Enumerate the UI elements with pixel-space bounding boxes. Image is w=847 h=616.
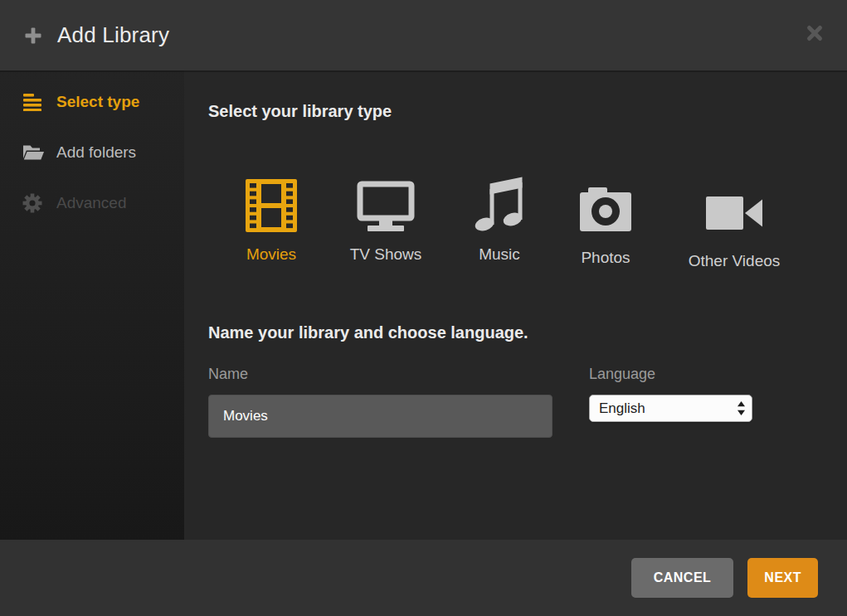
video-camera-icon [705,177,763,232]
library-type-option-movies[interactable]: Movies [240,177,303,270]
plus-icon [23,26,43,46]
gear-icon [22,193,46,213]
list-lines-icon [22,93,46,111]
next-button[interactable]: NEXT [747,558,818,598]
library-type-option-photos[interactable]: Photos [576,177,635,270]
dialog-header: Add Library [0,0,847,70]
type-label: TV Shows [350,245,422,264]
sidebar-item-add-folders[interactable]: Add folders [0,136,184,169]
name-language-section: Name your library and choose language. N… [208,322,847,438]
library-type-heading: Select your library type [208,100,847,123]
fields-row: Name Language English [208,366,847,438]
main-content: Select your library type [184,70,847,540]
type-label: Photos [581,249,630,267]
sidebar-item-label: Advanced [56,194,127,212]
footer-bar: CANCEL NEXT [0,540,847,616]
language-select[interactable]: English [589,395,752,422]
name-label: Name [208,366,552,384]
sidebar-item-label: Select type [56,93,139,111]
sidebar-item-advanced: Advanced [0,187,184,220]
library-type-option-music[interactable]: Music [470,177,528,270]
add-library-dialog: Add Library Select [0,0,847,616]
type-label: Movies [246,245,296,264]
dialog-body: Select type Add folders [0,70,847,540]
language-label: Language [589,366,752,384]
music-note-icon [474,177,525,232]
folder-icon [22,144,46,161]
library-type-option-tv-shows[interactable]: TV Shows [348,177,423,270]
type-label: Music [479,245,520,264]
sidebar-item-select-type[interactable]: Select type [0,85,184,119]
page-title: Add Library [57,22,169,48]
library-type-row: Movies TV Shows [208,177,847,270]
name-field-group: Name [208,366,552,438]
library-type-option-other-videos[interactable]: Other Videos [688,177,781,270]
sidebar-item-label: Add folders [56,143,136,162]
camera-icon [579,177,632,232]
language-selected-value: English [599,400,645,417]
select-stepper-arrows-icon [737,400,746,416]
film-icon [246,177,297,232]
tv-icon [357,177,415,232]
close-button[interactable] [804,23,825,45]
language-field-group: Language English [589,366,752,438]
close-icon [805,23,825,46]
cancel-button[interactable]: CANCEL [631,558,734,598]
sidebar: Select type Add folders [0,70,184,540]
library-name-input[interactable] [208,395,552,438]
type-label: Other Videos [689,252,781,270]
name-language-heading: Name your library and choose language. [208,322,847,344]
